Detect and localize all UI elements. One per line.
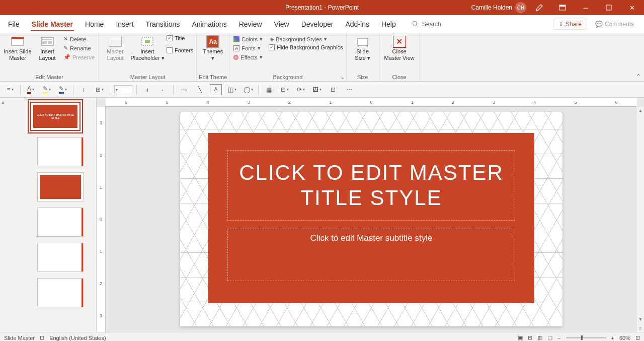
dialog-launcher-icon[interactable]: ↘ (340, 75, 344, 80)
search[interactable]: Search (402, 21, 441, 28)
up-button[interactable]: ↕ (77, 84, 90, 95)
subtitle-placeholder[interactable]: Click to edit Master subtitle style (227, 229, 515, 281)
preserve-button[interactable]: 📌Preserve (62, 53, 96, 61)
more-button[interactable]: ⋯ (343, 84, 355, 95)
insert-layout-label: Insert Layout (39, 48, 55, 61)
checkbox-icon: ✓ (269, 44, 275, 50)
thumbnail-panel: ▲ CLICK TO EDIT MASTER TITLESTYLE (0, 98, 97, 332)
outline-button[interactable]: ✎ (57, 84, 69, 95)
themes-button[interactable]: Aa Themes▾ (200, 35, 226, 61)
normal-view-icon[interactable]: ▣ (518, 334, 523, 341)
svg-point-3 (413, 21, 417, 25)
tab-transitions[interactable]: Transitions (139, 15, 186, 33)
close-button[interactable]: ✕ (622, 0, 642, 15)
align-button[interactable]: ≡ (4, 84, 16, 95)
title-checkbox[interactable]: ✓Title (167, 35, 193, 41)
delete-button[interactable]: ✕Delete (62, 35, 96, 43)
shape-circle-button[interactable]: ◯ (242, 84, 254, 95)
checkbox-icon: ✓ (167, 35, 173, 41)
fonts-button[interactable]: AFonts ▾ (232, 44, 264, 52)
close-master-label: Close Master View (384, 48, 414, 61)
bg-styles-button[interactable]: ◈Background Styles ▾ (269, 35, 343, 43)
close-master-view-button[interactable]: ✕ Close Master View (382, 35, 417, 61)
layout-thumb[interactable] (37, 278, 84, 307)
zoom-in-button[interactable]: + (611, 335, 614, 341)
highlight-button[interactable]: ✎ (41, 84, 53, 95)
merge-button[interactable]: ⟳ (295, 84, 307, 95)
textbox-button[interactable]: A (210, 84, 222, 95)
group-background-label: Background (229, 74, 346, 81)
layout-thumb[interactable] (37, 137, 84, 166)
ribbon-options-icon[interactable] (552, 0, 573, 15)
tab-developer[interactable]: Developer (295, 15, 340, 33)
align-right-button[interactable]: ⫠ (157, 84, 169, 95)
pen-icon[interactable] (529, 0, 549, 15)
tab-view[interactable]: View (268, 15, 295, 33)
arrange-button[interactable]: ⊞ (94, 84, 106, 95)
font-color-button[interactable]: A (25, 84, 37, 95)
ungroup-button[interactable]: ⊟ (279, 84, 291, 95)
layout-thumb[interactable] (37, 172, 84, 201)
fill-color[interactable] (114, 85, 132, 94)
effects-button[interactable]: Effects ▾ (232, 53, 264, 61)
hide-bg-checkbox[interactable]: ✓Hide Background Graphics (269, 44, 343, 50)
slide-canvas[interactable]: Click to edit Master title style Click t… (180, 112, 562, 326)
ribbon-tabs: File Slide Master Home Insert Transition… (0, 15, 644, 33)
fit-window-icon[interactable]: ⊡ (635, 334, 640, 341)
share-icon: ⇪ (558, 21, 564, 28)
group-button[interactable]: ▦ (263, 84, 275, 95)
maximize-button[interactable] (599, 0, 619, 15)
slideshow-view-icon[interactable]: ▢ (547, 334, 552, 341)
colors-button[interactable]: Colors ▾ (232, 35, 264, 43)
status-language[interactable]: English (United States) (49, 335, 106, 341)
zoom-level[interactable]: 60% (619, 335, 630, 341)
group-edit-theme-label: Edit Theme (197, 74, 229, 81)
rename-button[interactable]: ✎Rename (62, 44, 96, 52)
picture-button[interactable]: 🖼 (311, 84, 323, 95)
thumb-scrollbar-left[interactable]: ▲ (0, 98, 6, 332)
selection-button[interactable]: ⊡ (327, 84, 339, 95)
tab-review[interactable]: Review (233, 15, 268, 33)
bg-styles-icon: ◈ (270, 36, 274, 42)
reading-view-icon[interactable]: ▥ (537, 334, 542, 341)
checkbox-icon (167, 47, 173, 53)
sorter-view-icon[interactable]: ⊞ (528, 334, 532, 341)
align-left-button[interactable]: ⫞ (141, 84, 153, 95)
tab-help[interactable]: Help (375, 15, 402, 33)
shapes-button[interactable]: ◫ (226, 84, 238, 95)
slide-master-thumb[interactable]: CLICK TO EDIT MASTER TITLESTYLE (30, 102, 80, 131)
status-bar: Slide Master ⊡ English (United States) ▣… (0, 332, 644, 341)
insert-placeholder-button[interactable]: Insert Placeholder ▾ (130, 35, 165, 61)
minimize-button[interactable]: ─ (576, 0, 596, 15)
share-button[interactable]: ⇪ Share (553, 19, 587, 30)
shape-rect-button[interactable]: ▭ (178, 84, 190, 95)
tab-file[interactable]: File (2, 15, 26, 33)
avatar[interactable]: CH (515, 2, 526, 13)
footers-checkbox[interactable]: Footers (167, 47, 193, 53)
master-layout-btn-label: Master Layout (107, 48, 124, 61)
insert-layout-button[interactable]: Insert Layout (34, 35, 60, 61)
insert-slide-master-button[interactable]: Insert Slide Master (3, 35, 32, 61)
user-name[interactable]: Camille Holden (471, 4, 512, 11)
shape-line-button[interactable]: ╲ (194, 84, 206, 95)
layout-thumb[interactable] (37, 243, 84, 272)
tab-home[interactable]: Home (79, 15, 110, 33)
themes-label: Themes▾ (203, 48, 223, 61)
title-placeholder[interactable]: Click to edit Master title style (227, 150, 515, 221)
zoom-slider[interactable] (566, 337, 606, 338)
comments-button[interactable]: 💬 Comments (591, 19, 638, 29)
layout-thumb[interactable] (37, 208, 84, 237)
tab-addins[interactable]: Add-ins (339, 15, 375, 33)
ribbon: Insert Slide Master Insert Layout ✕Delet… (0, 33, 644, 82)
vertical-scrollbar[interactable]: ▲▼≡ (637, 107, 644, 332)
title-chk-label: Title (175, 35, 185, 41)
slide-size-button[interactable]: Slide Size ▾ (350, 35, 376, 61)
tab-animations[interactable]: Animations (186, 15, 232, 33)
collapse-ribbon-icon[interactable]: ⌃ (636, 73, 641, 80)
tab-slide-master[interactable]: Slide Master (26, 15, 79, 33)
effects-label: Effects (240, 54, 257, 60)
tab-insert[interactable]: Insert (110, 15, 139, 33)
accessibility-icon[interactable]: ⊡ (40, 334, 44, 341)
slide-master-icon (11, 36, 25, 47)
zoom-out-button[interactable]: − (557, 335, 560, 341)
